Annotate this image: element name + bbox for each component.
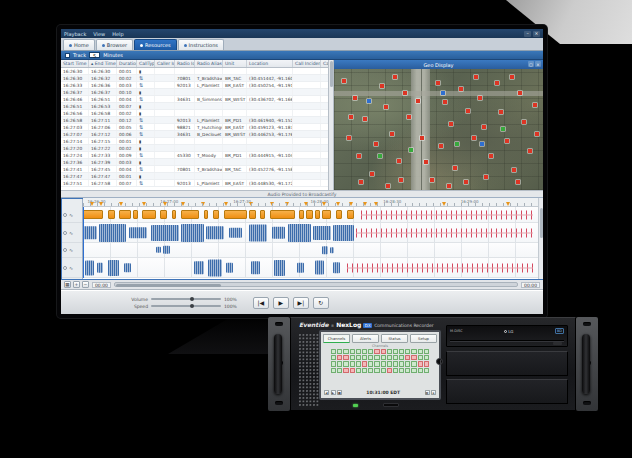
waveform-segment[interactable] [99, 223, 126, 241]
channel-ok-cell[interactable] [405, 361, 410, 366]
channel-ok-cell[interactable] [405, 368, 410, 373]
audio-segment[interactable] [322, 210, 331, 219]
map-marker[interactable] [409, 148, 413, 152]
map-marker[interactable] [510, 75, 514, 79]
event-marker-icon[interactable] [285, 202, 289, 206]
map-marker[interactable] [441, 91, 445, 95]
table-row[interactable]: 16:26:3316:26:3600:03⇅92013L_PlamlettBR_… [61, 82, 328, 89]
channel-ok-cell[interactable] [350, 355, 355, 360]
audio-segment[interactable] [306, 210, 313, 219]
column-header-call-inci[interactable]: Call Inci [321, 60, 329, 67]
tab-browser[interactable]: Browser [96, 39, 133, 50]
map-close-button[interactable]: × [535, 61, 541, 67]
menu-view[interactable]: View [93, 31, 105, 37]
channel-ok-cell[interactable] [337, 368, 342, 373]
map-canvas[interactable] [334, 69, 543, 190]
channel-ok-cell[interactable] [418, 368, 423, 373]
column-header-radio-id[interactable]: Radio Id [175, 60, 195, 67]
map-marker[interactable] [447, 184, 451, 188]
table-row[interactable]: 16:26:3716:26:3700:10▮ [61, 89, 328, 96]
audio-segment[interactable] [133, 210, 138, 219]
column-header-caller-id[interactable]: Caller Id [155, 60, 175, 67]
channel-ok-cell[interactable] [331, 355, 336, 360]
touchscreen-tab-status[interactable]: Status [381, 334, 408, 343]
audio-segment[interactable] [160, 210, 167, 219]
waveform-segment[interactable] [151, 224, 178, 240]
channel-ok-cell[interactable] [337, 361, 342, 366]
track-header-track-4[interactable]: ∿ [61, 258, 82, 278]
channel-ok-cell[interactable] [387, 361, 392, 366]
map-marker[interactable] [420, 136, 424, 140]
tab-instructions[interactable]: Instructions [178, 39, 224, 50]
channel-ok-cell[interactable] [418, 355, 423, 360]
channel-alarm-cell[interactable] [362, 361, 367, 366]
map-marker[interactable] [386, 184, 390, 188]
map-marker[interactable] [482, 125, 486, 129]
column-header-duration[interactable]: Duration [117, 60, 137, 67]
event-marker-icon[interactable] [363, 202, 367, 206]
front-panel-touchscreen[interactable]: ChannelsAlertsStatusSetup Channels ◀▶■ 1… [319, 330, 441, 400]
channel-ok-cell[interactable] [424, 355, 429, 360]
audio-segment[interactable] [172, 210, 177, 219]
map-marker[interactable] [512, 168, 516, 172]
map-marker[interactable] [464, 180, 468, 184]
channel-ok-cell[interactable] [343, 361, 348, 366]
waveform-segment[interactable] [288, 223, 311, 241]
channel-ok-cell[interactable] [393, 349, 398, 354]
channel-ok-cell[interactable] [393, 368, 398, 373]
channel-ok-cell[interactable] [399, 355, 404, 360]
channel-ok-cell[interactable] [356, 361, 361, 366]
audio-segment[interactable] [119, 210, 130, 219]
volume-slider[interactable] [151, 298, 221, 300]
channel-ok-cell[interactable] [374, 361, 379, 366]
waveform-segment[interactable] [315, 260, 324, 275]
map-marker[interactable] [430, 178, 434, 182]
map-marker[interactable] [459, 87, 463, 91]
waveform-segment[interactable] [333, 224, 353, 240]
table-row[interactable]: 16:26:4616:26:5100:04⇅34631B_SimmonsBR_W… [61, 96, 328, 103]
channel-ok-cell[interactable] [424, 349, 429, 354]
timeline-hscrollbar-thumb[interactable] [116, 284, 221, 287]
map-marker[interactable] [518, 91, 522, 95]
map-marker[interactable] [359, 180, 363, 184]
channel-ok-cell[interactable] [411, 361, 416, 366]
waveform-segment[interactable] [322, 246, 328, 254]
track-select-checkbox[interactable] [63, 213, 67, 217]
event-marker-icon[interactable] [90, 202, 94, 206]
audio-segment[interactable] [249, 210, 256, 219]
waveform-segment[interactable] [83, 226, 97, 239]
grid-view-button[interactable]: ▦ [64, 281, 71, 288]
map-marker[interactable] [403, 91, 407, 95]
map-marker[interactable] [390, 132, 394, 136]
waveform-segment[interactable] [229, 227, 243, 237]
track-header-track-3[interactable]: ∿ [61, 243, 82, 258]
audio-segment[interactable] [142, 210, 156, 219]
track-select-checkbox[interactable] [63, 231, 67, 235]
channel-ok-cell[interactable] [368, 349, 373, 354]
event-marker-icon[interactable] [506, 202, 510, 206]
waveform-segment[interactable] [226, 262, 233, 272]
table-row[interactable]: 16:27:0316:27:0600:05⇅98821T_HutchingsBR… [61, 124, 328, 131]
map-marker[interactable] [424, 160, 428, 164]
channel-ok-cell[interactable] [368, 368, 373, 373]
waveform-segment[interactable] [181, 223, 204, 241]
map-marker[interactable] [455, 142, 459, 146]
touchscreen-nav-icon[interactable]: ▦ [425, 390, 430, 395]
wave-track-4[interactable] [83, 258, 538, 278]
channel-ok-cell[interactable] [387, 355, 392, 360]
channel-alarm-cell[interactable] [387, 368, 392, 373]
audio-segment[interactable] [224, 210, 247, 219]
event-marker-icon[interactable] [249, 202, 253, 206]
track-checkbox[interactable] [65, 53, 70, 58]
track-header-track-2[interactable]: ∿ [61, 223, 82, 243]
play-button[interactable]: ▶ [273, 297, 289, 309]
event-marker-icon[interactable] [349, 202, 353, 206]
waveform-segment[interactable] [330, 247, 335, 253]
channel-ok-cell[interactable] [381, 355, 386, 360]
map-marker[interactable] [474, 75, 478, 79]
minimize-button[interactable]: – [524, 31, 531, 37]
event-marker-icon[interactable] [224, 202, 228, 206]
channel-ok-cell[interactable] [399, 368, 404, 373]
audio-segment[interactable] [347, 210, 354, 219]
channel-ok-cell[interactable] [331, 368, 336, 373]
